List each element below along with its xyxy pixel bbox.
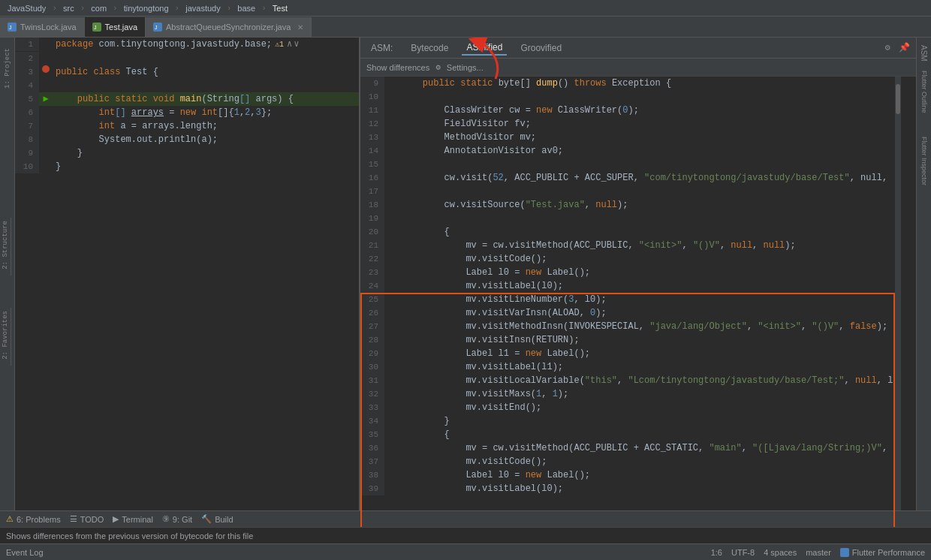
flutter-perf-icon [840,548,849,557]
structure-panel-tab[interactable]: 2: Structure [0,218,11,275]
asm-line-35: 35 { [360,428,916,441]
flutter-inspector-tab[interactable]: Flutter Inspector [919,132,929,190]
branch-status[interactable]: master [806,548,831,557]
tab-abstractqueued[interactable]: J AbstractQueuedSynchronizer.java ✕ [146,17,312,37]
source-line-1: 1 package com.tinytongtong.javastudy.bas… [15,38,359,52]
asm-line-33: 33 mv.visitEnd(); [360,401,916,414]
bottom-toolbar: ⚠ 6: Problems ☰ TODO ▶ Terminal ⑨ 9: Git… [0,510,931,527]
asm-line-38: 38 Label l0 = new Label(); [360,468,916,482]
show-diff-bar: Show differences ⚙ Settings... [360,59,916,77]
asm-line-27: 27 mv.visitMethodInsn(INVOKESPECIAL, "ja… [360,320,916,333]
asm-sidebar-tab[interactable]: ASM [918,41,929,66]
tab-test[interactable]: J Test.java [85,17,146,37]
pin-icon[interactable]: 📌 [898,42,910,54]
project-panel-icon[interactable]: 1: Project [4,48,11,89]
indent-status[interactable]: 4 spaces [764,548,797,557]
source-line-4: 4 [15,79,359,92]
source-code-area[interactable]: 1 package com.tinytongtong.javastudy.bas… [15,38,359,527]
nav-com[interactable]: com [88,4,110,13]
line-col-status: 1:6 [711,548,722,557]
nav-javastudy[interactable]: JavaStudy [5,4,49,13]
source-line-9: 9 } [15,146,359,160]
settings-gear-icon[interactable]: ⚙ [881,42,893,54]
asm-line-17: 17 [360,185,916,198]
svg-text:J: J [94,25,97,30]
svg-text:J: J [155,25,158,30]
exec-arrow-icon: ▶ [43,92,48,106]
nav-base[interactable]: base [234,4,258,13]
asm-line-29: 29 Label l1 = new Label(); [360,347,916,360]
source-line-2: 2 [15,52,359,65]
settings-label[interactable]: Settings... [447,63,484,72]
flutter-outline-tab[interactable]: Flutter Outline [919,66,929,118]
asm-line-28: 28 mv.visitInsn(RETURN); [360,333,916,347]
asm-line-9: 9 public static byte[] dump() throws Exc… [360,77,916,90]
right-sidebar: ASM Flutter Outline Flutter Inspector [916,38,931,527]
asm-line-32: 32 mv.visitMaxs(1, 1); [360,387,916,401]
asm-line-23: 23 Label l0 = new Label(); [360,266,916,279]
asm-line-25: 25 mv.visitLineNumber(3, l0); [360,293,916,306]
nav-src[interactable]: src [60,4,77,13]
tab-bar: J TwinsLock.java J Test.java J AbstractQ… [0,17,931,38]
tab-groovified[interactable]: Groovified [516,41,566,55]
asm-label: ASM: [366,41,397,55]
source-line-6: 6 int[] arrays = new int[]{1,2,3}; [15,106,359,119]
asm-line-19: 19 [360,212,916,225]
asm-line-11: 11 ClassWriter cw = new ClassWriter(0); [360,104,916,117]
tab-bytecode[interactable]: Bytecode [406,41,453,55]
settings-icon: ⚙ [435,62,441,72]
asm-line-26: 26 mv.visitVarInsn(ALOAD, 0); [360,306,916,320]
todo-btn[interactable]: ☰ TODO [70,514,104,524]
problems-btn[interactable]: ⚠ 6: Problems [6,514,61,524]
asm-panel: ASM: Bytecode ASMified Groovified ⚙ 📌 Sh… [360,38,916,527]
asm-line-13: 13 MethodVisitor mv; [360,131,916,144]
asm-line-21: 21 mv = cw.visitMethod(ACC_PUBLIC, "<ini… [360,239,916,252]
asm-line-10: 10 [360,90,916,104]
event-log-btn[interactable]: Event Log [6,548,44,557]
asm-line-16: 16 cw.visit(52, ACC_PUBLIC + ACC_SUPER, … [360,171,916,185]
encoding-status[interactable]: UTF-8 [731,548,755,557]
terminal-btn[interactable]: ▶ Terminal [113,514,153,524]
asm-line-37: 37 mv.visitCode(); [360,455,916,468]
asm-line-24: 24 mv.visitLabel(l0); [360,279,916,293]
close-tab-icon[interactable]: ✕ [297,23,303,32]
breakpoint-icon[interactable] [42,65,50,73]
toolbar-icons: ⚙ 📌 [881,42,910,54]
asm-line-14: 14 AnnotationVisitor av0; [360,144,916,158]
tab-twinslock[interactable]: J TwinsLock.java [0,17,85,37]
nav-javastudy2[interactable]: javastudy [182,4,223,13]
show-diff-label[interactable]: Show differences [366,63,429,72]
source-line-8: 8 System.out.println(a); [15,133,359,146]
asm-line-31: 31 mv.visitLocalVariable("this", "Lcom/t… [360,374,916,387]
asm-toolbar: ASM: Bytecode ASMified Groovified ⚙ 📌 [360,38,916,59]
asm-line-39: 39 mv.visitLabel(l0); [360,482,916,495]
asm-line-12: 12 FieldVisitor fv; [360,117,916,131]
source-line-10: 10 } [15,160,359,173]
source-line-5: 5 ▶ public static void main(String[] arg… [15,92,359,106]
status-bar: Event Log 1:6 UTF-8 4 spaces master Flut… [0,543,931,560]
flutter-performance-btn[interactable]: Flutter Performance [840,548,925,557]
top-nav: JavaStudy › src › com › tinytongtong › j… [0,0,931,17]
nav-test[interactable]: Test [270,4,291,13]
asm-line-22: 22 mv.visitCode(); [360,252,916,266]
asm-code-area[interactable]: 9 public static byte[] dump() throws Exc… [360,77,916,527]
asm-scrollbar[interactable] [895,77,901,527]
tab-asmified[interactable]: ASMified [462,41,507,56]
build-btn[interactable]: 🔨 Build [201,514,233,524]
asm-line-20: 20 { [360,225,916,239]
test-java-icon: J [92,23,101,32]
asm-line-36: 36 mv = cw.visitMethod(ACC_PUBLIC + ACC_… [360,441,916,455]
asm-line-34: 34 } [360,414,916,428]
asm-line-18: 18 cw.visitSource("Test.java", null); [360,198,916,212]
nav-tinytongtong[interactable]: tinytongtong [121,4,172,13]
source-line-7: 7 int a = arrays.length; [15,119,359,133]
source-line-3: 3 public class Test { [15,65,359,79]
favorites-panel-tab[interactable]: 2: Favorites [0,308,11,366]
git-btn[interactable]: ⑨ 9: Git [162,514,192,524]
java-icon2: J [153,23,162,32]
source-panel: 1 package com.tinytongtong.javastudy.bas… [15,38,360,527]
bottom-info-bar: Shows differences from the previous vers… [0,527,931,543]
left-gutter: 1: Project [0,38,15,527]
svg-text:J: J [9,25,12,30]
asm-line-30: 30 mv.visitLabel(l1); [360,360,916,374]
